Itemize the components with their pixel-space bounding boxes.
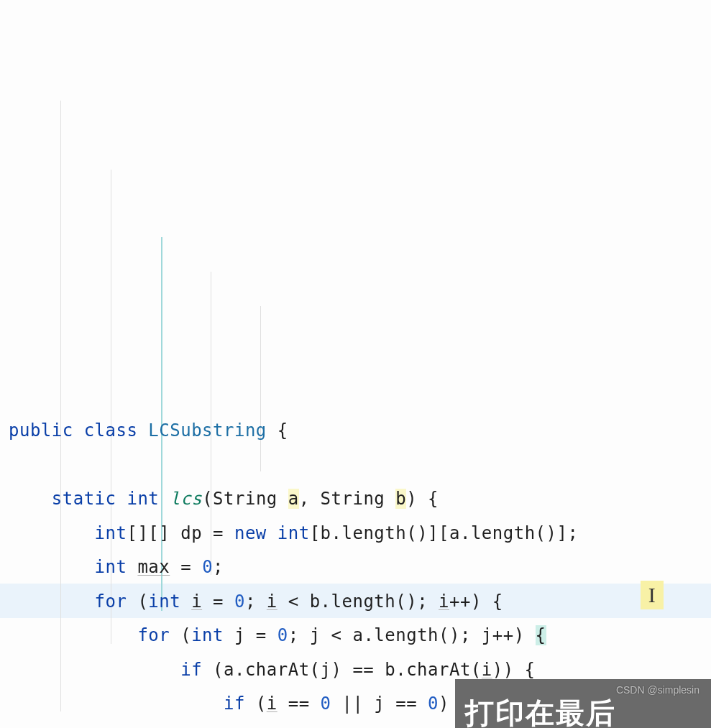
paren: ( <box>137 591 148 612</box>
var-i: i <box>267 694 277 714</box>
var-j: j <box>234 625 245 645</box>
expr: (a.charAt(j) == b.charAt( <box>202 660 482 680</box>
cond: < b.length(); <box>277 591 439 612</box>
var-i: i <box>191 591 202 612</box>
type-string: String <box>213 489 277 509</box>
num-0: 0 <box>321 694 331 714</box>
kw-int: int <box>95 557 127 577</box>
eq: = <box>202 591 234 612</box>
kw-new: new <box>234 523 267 543</box>
cond: ; j < a.length(); j++) <box>288 625 536 645</box>
kw-int: int <box>148 591 180 612</box>
kw-for: for <box>95 591 127 612</box>
or: || j == <box>331 694 428 714</box>
brace: { <box>277 420 288 441</box>
inc: ++) { <box>449 591 503 612</box>
eq: = <box>180 557 202 577</box>
paren: ( <box>245 694 267 714</box>
method-name-lcs: lcs <box>170 489 202 509</box>
param-b: b <box>395 489 406 509</box>
close: )) { <box>492 660 536 680</box>
comma: , <box>299 489 310 509</box>
kw-if: if <box>180 660 202 680</box>
expr-dims: [b.length()][a.length()]; <box>310 523 579 543</box>
var-i: i <box>482 660 492 680</box>
class-name: LCSubstring <box>148 420 266 441</box>
kw-for: for <box>137 625 170 645</box>
kw-static: static <box>52 489 116 509</box>
num-0: 0 <box>277 625 288 645</box>
num-0: 0 <box>202 557 213 577</box>
sig-close: ) { <box>406 489 439 509</box>
type-string: String <box>321 489 385 509</box>
eqeq: == <box>277 694 321 714</box>
var-i: i <box>439 591 449 612</box>
sep: ; <box>245 591 267 612</box>
kw-int: int <box>277 523 310 543</box>
kw-class: class <box>84 420 138 441</box>
ibeam-cursor-icon: I <box>641 581 664 609</box>
param-a: a <box>288 489 299 509</box>
kw-int: int <box>95 523 127 543</box>
paren: ( <box>180 625 191 645</box>
kw-if: if <box>224 694 245 714</box>
var-dp: dp <box>180 523 202 543</box>
eq: = <box>213 523 224 543</box>
var-i: i <box>267 591 277 612</box>
num-0: 0 <box>234 591 245 612</box>
kw-int: int <box>191 625 224 645</box>
num-0: 0 <box>428 694 439 714</box>
eq: = <box>245 625 277 645</box>
kw-public: public <box>9 420 73 441</box>
arr: [][] <box>127 523 170 543</box>
semi: ; <box>213 557 224 577</box>
watermark-text: CSDN @simplesin <box>616 681 699 701</box>
kw-int: int <box>127 489 159 509</box>
brace-hl: { <box>536 625 546 645</box>
var-max: max <box>137 557 170 577</box>
